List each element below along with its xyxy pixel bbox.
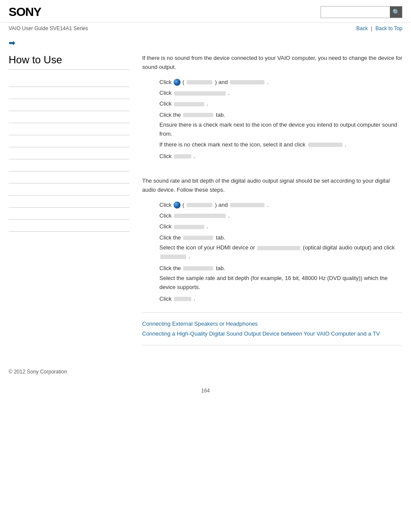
page-number: 164 xyxy=(0,383,411,398)
step-click-label: Click the xyxy=(159,112,182,118)
placeholder xyxy=(257,246,300,250)
step-text: ) and xyxy=(215,79,228,85)
step-period: . xyxy=(267,79,269,85)
step-item: Click the tab. xyxy=(159,110,402,120)
sidebar-item[interactable] xyxy=(9,208,129,220)
note-item: If there is no check mark next to the ic… xyxy=(159,140,402,149)
sidebar: How to Use xyxy=(9,50,129,356)
step-period: . xyxy=(228,90,230,96)
step-period: . xyxy=(206,223,208,230)
note-item: Select the sample rate and bit depth (fo… xyxy=(159,274,402,292)
spacer xyxy=(142,170,402,177)
main-layout: How to Use If there is no sound from the… xyxy=(0,50,411,356)
placeholder xyxy=(230,203,265,207)
step-item: Click . xyxy=(159,99,402,109)
sidebar-item[interactable] xyxy=(9,147,129,159)
breadcrumb-area: ➡ xyxy=(0,34,411,50)
step-click-label: Click the xyxy=(159,234,182,241)
page-header: SONY 🔍 xyxy=(0,0,411,23)
step-item: Click . xyxy=(159,211,402,221)
step-item: Click . xyxy=(159,221,402,231)
sidebar-item[interactable] xyxy=(9,75,129,87)
related-link-1[interactable]: Connecting External Speakers or Headphon… xyxy=(142,319,402,329)
step-click-label: Click the xyxy=(159,265,182,271)
section1-steps: Click ( ) and . Click . Click xyxy=(159,77,402,161)
placeholder xyxy=(308,143,342,147)
step-item: Click the tab. xyxy=(159,233,402,243)
step-click-label: Click xyxy=(159,202,173,208)
step-tab-label: tab. xyxy=(216,265,225,271)
period: . xyxy=(189,253,190,260)
placeholder xyxy=(174,154,191,159)
copyright-text: © 2012 Sony Corporation xyxy=(9,369,67,375)
back-to-top-link[interactable]: Back to Top xyxy=(376,25,402,31)
period: . xyxy=(345,141,346,148)
step-period: . xyxy=(228,212,230,219)
step-text: ( xyxy=(182,79,184,85)
placeholder xyxy=(174,297,191,301)
sidebar-item[interactable] xyxy=(9,123,129,135)
step-item: Click the tab. xyxy=(159,263,402,273)
step-item: Click . xyxy=(159,151,402,161)
chevron-right-icon: ➡ xyxy=(9,39,15,47)
sidebar-item[interactable] xyxy=(9,171,129,184)
section1-intro: If there is no sound from the device con… xyxy=(142,54,402,72)
placeholder xyxy=(230,80,265,84)
search-icon: 🔍 xyxy=(392,9,400,16)
separator: | xyxy=(371,25,372,31)
step-click-label: Click xyxy=(159,100,173,107)
step-click-label: Click xyxy=(159,212,173,219)
placeholder xyxy=(187,203,212,207)
step-click-label: Click xyxy=(159,79,173,85)
step-item: Click . xyxy=(159,294,402,304)
placeholder xyxy=(183,236,213,240)
section2-steps: Click ( ) and . Click . Click xyxy=(159,200,402,304)
step-tab-label: tab. xyxy=(216,112,225,118)
back-link[interactable]: Back xyxy=(356,25,368,31)
windows-globe-icon xyxy=(174,202,181,208)
step-item: Click ( ) and . xyxy=(159,77,402,87)
step-click-label: Click xyxy=(159,223,173,230)
note-item: Ensure there is a check mark next to the… xyxy=(159,121,402,139)
placeholder xyxy=(183,266,213,271)
note-item: Select the icon of your HDMI device or (… xyxy=(159,243,402,261)
placeholder xyxy=(174,214,226,218)
placeholder xyxy=(174,225,204,229)
step-item: Click ( ) and . xyxy=(159,200,402,210)
step-period: . xyxy=(193,153,195,159)
sidebar-item[interactable] xyxy=(9,159,129,171)
step-text: ( xyxy=(182,202,184,208)
sub-header: VAIO User Guide SVE14A1 Series Back | Ba… xyxy=(0,23,411,34)
sidebar-item[interactable] xyxy=(9,220,129,232)
sidebar-title: How to Use xyxy=(9,54,129,70)
placeholder xyxy=(174,91,226,96)
sidebar-item[interactable] xyxy=(9,135,129,147)
step-period: . xyxy=(267,202,269,208)
related-link-2[interactable]: Connecting a High-Quality Digital Sound … xyxy=(142,329,402,339)
sidebar-item[interactable] xyxy=(9,99,129,111)
search-button[interactable]: 🔍 xyxy=(390,6,402,18)
footer: © 2012 Sony Corporation xyxy=(0,356,411,383)
step-item: Click . xyxy=(159,88,402,98)
divider-bottom xyxy=(142,345,402,345)
section-1: If there is no sound from the device con… xyxy=(142,54,402,161)
section2-intro: The sound rate and bit depth of the digi… xyxy=(142,177,402,195)
step-tab-label: tab. xyxy=(216,234,225,241)
search-box: 🔍 xyxy=(321,6,402,18)
divider xyxy=(142,312,402,313)
placeholder xyxy=(187,80,212,84)
sidebar-item[interactable] xyxy=(9,196,129,208)
step-click-label: Click xyxy=(159,153,173,159)
sidebar-item[interactable] xyxy=(9,87,129,99)
search-input[interactable] xyxy=(321,6,390,18)
step-period: . xyxy=(206,100,208,107)
windows-globe-icon xyxy=(174,79,181,86)
guide-title: VAIO User Guide SVE14A1 Series xyxy=(9,25,88,31)
placeholder xyxy=(183,113,213,117)
sidebar-item[interactable] xyxy=(9,111,129,123)
sidebar-item[interactable] xyxy=(9,184,129,196)
step-click-label: Click xyxy=(159,90,173,96)
nav-links: Back | Back to Top xyxy=(356,25,402,31)
section-2: The sound rate and bit depth of the digi… xyxy=(142,177,402,304)
placeholder xyxy=(160,255,186,259)
